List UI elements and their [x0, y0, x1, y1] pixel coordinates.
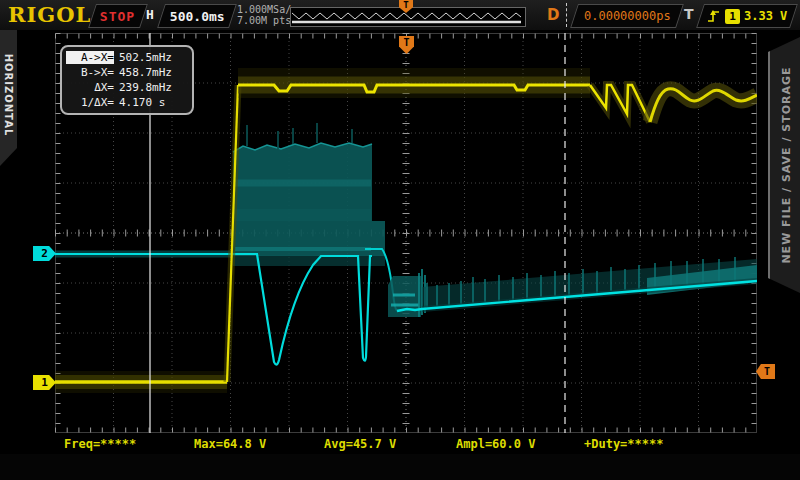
timebase-box[interactable]: 500.0ms [157, 4, 237, 28]
cursor-inv-dx-value: 4.170 s [119, 96, 165, 109]
timebase-value: 500.0ms [170, 9, 225, 24]
ch1-ground-marker[interactable]: 1 [33, 375, 56, 390]
trigger-source-badge: 1 [725, 9, 740, 24]
tab-storage-menu[interactable]: NEW FILE / SAVE / STORAGE [768, 36, 800, 294]
memory-depth: 7.00M pts [237, 15, 297, 26]
delay-label: D [547, 6, 559, 24]
trigger-level-value: 3.33 V [744, 9, 787, 23]
delay-box: 0.00000000ps [570, 4, 684, 28]
cursor-dx-label: ΔX= [66, 81, 114, 94]
top-status-bar: RIGOL STOP H 500.0ms 1.000MSa/s 7.00M pt… [0, 0, 800, 30]
horizontal-label: H [146, 7, 154, 22]
measure-duty: +Duty=***** [584, 437, 663, 452]
delay-value: 0.00000000ps [584, 9, 671, 23]
brand-logo: RIGOL [8, 2, 91, 27]
run-status-box: STOP [88, 4, 148, 28]
cursor-ax-label: A->X= [66, 51, 114, 64]
channel-status-bar: 1 10.0 V 2 100 V [0, 454, 800, 480]
trigger-level-marker[interactable]: T [756, 364, 775, 379]
rising-edge-icon [706, 8, 721, 24]
cursor-bx-value: 458.7mHz [119, 66, 172, 79]
measure-ampl: Ampl=60.0 V [456, 437, 535, 452]
ch2-ground-marker[interactable]: 2 [33, 246, 56, 261]
cursor-measurement-box: A->X=502.5mHz B->X=458.7mHz ΔX=239.8mHz … [60, 45, 194, 115]
trigger-section-label: T [684, 6, 694, 22]
cursor-ax-value: 502.5mHz [119, 51, 172, 64]
tab-horizontal-menu[interactable]: HORIZONTAL [0, 30, 17, 166]
delay-separator [566, 3, 567, 27]
cursor-inv-dx-label: 1/ΔX= [66, 96, 114, 109]
cursor-dx-value: 239.8mHz [119, 81, 172, 94]
measure-avg: Avg=45.7 V [324, 437, 396, 452]
trigger-info-box[interactable]: 1 3.33 V [696, 4, 798, 28]
cursor-bx-label: B->X= [66, 66, 114, 79]
tab-storage-label: NEW FILE / SAVE / STORAGE [772, 36, 800, 294]
run-status: STOP [100, 9, 135, 24]
oscilloscope-screen: RIGOL STOP H 500.0ms 1.000MSa/s 7.00M pt… [0, 0, 800, 480]
measure-freq: Freq=***** [64, 437, 136, 452]
sample-rate: 1.000MSa/s [237, 4, 297, 15]
tab-horizontal-label: HORIZONTAL [0, 30, 17, 160]
measure-max: Max=64.8 V [194, 437, 266, 452]
acquisition-info: 1.000MSa/s 7.00M pts [237, 4, 297, 26]
